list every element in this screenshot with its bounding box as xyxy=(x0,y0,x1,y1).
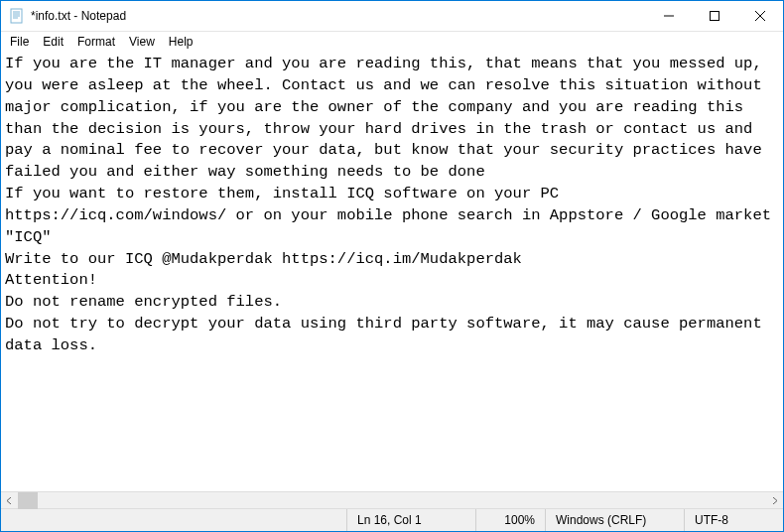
status-zoom: 100% xyxy=(475,509,545,531)
statusbar: Ln 16, Col 1 100% Windows (CRLF) UTF-8 xyxy=(1,508,783,531)
menu-view[interactable]: View xyxy=(122,34,162,50)
minimize-button[interactable] xyxy=(646,1,692,32)
menubar: File Edit Format View Help xyxy=(1,32,783,52)
window-controls xyxy=(646,1,783,32)
scroll-left-arrow[interactable] xyxy=(1,492,18,509)
scroll-right-arrow[interactable] xyxy=(766,492,783,509)
close-button[interactable] xyxy=(737,1,783,32)
horizontal-scrollbar[interactable] xyxy=(1,491,783,508)
menu-file[interactable]: File xyxy=(3,34,36,50)
svg-rect-6 xyxy=(711,12,719,21)
status-position: Ln 16, Col 1 xyxy=(346,509,475,531)
status-encoding: UTF-8 xyxy=(684,509,783,531)
notepad-icon xyxy=(9,8,25,24)
menu-edit[interactable]: Edit xyxy=(36,34,70,50)
menu-help[interactable]: Help xyxy=(162,34,200,50)
maximize-button[interactable] xyxy=(692,1,737,32)
window-title: *info.txt - Notepad xyxy=(31,9,646,23)
text-editor[interactable]: If you are the IT manager and you are re… xyxy=(1,52,783,491)
titlebar: *info.txt - Notepad xyxy=(1,1,783,32)
scroll-thumb[interactable] xyxy=(18,492,38,509)
menu-format[interactable]: Format xyxy=(70,34,122,50)
status-eol: Windows (CRLF) xyxy=(545,509,684,531)
scroll-track[interactable] xyxy=(18,492,766,509)
